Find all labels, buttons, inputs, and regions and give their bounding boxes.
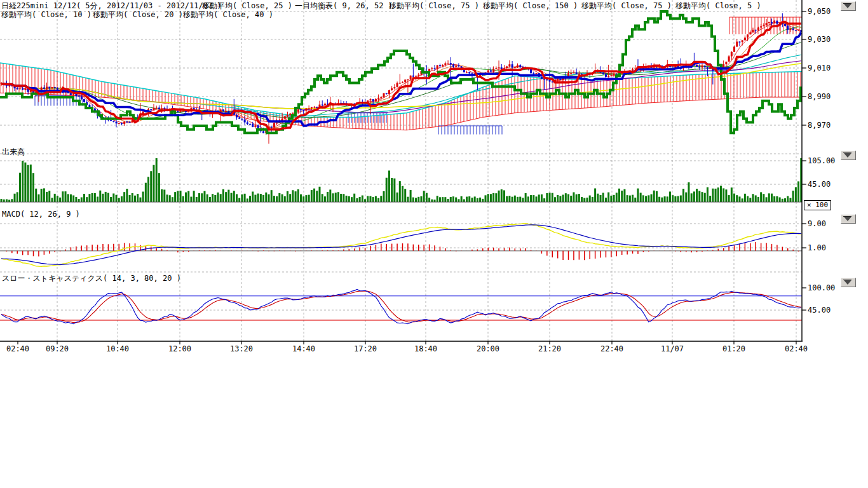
chart-surface[interactable] xyxy=(0,0,868,356)
volume-multiplier-badge: × 100 xyxy=(804,200,831,210)
x-axis-tick-label: 13:20 xyxy=(230,344,253,353)
volume-bars xyxy=(1,158,803,202)
x-axis-tick-label: 12:00 xyxy=(168,344,191,353)
x-axis-tick-label: 18:40 xyxy=(414,344,437,353)
x-axis-tick-label: 11/07 xyxy=(661,344,684,353)
legend-item: 移動平均( Close, 5 ) xyxy=(675,1,761,11)
volume-panel-label: 出来高 xyxy=(2,147,25,158)
kijun-line xyxy=(1,33,801,126)
y-axis-tick-label: 100.00 xyxy=(808,283,835,292)
x-axis-tick-label: 02:40 xyxy=(785,344,808,353)
y-axis-tick-label: 9,030 xyxy=(808,35,831,44)
y-axis-tick-label: 8,990 xyxy=(808,92,831,101)
y-axis-tick-label: 9.00 xyxy=(808,219,826,228)
x-axis-tick-label: 02:40 xyxy=(6,344,29,353)
x-axis-tick-label: 14:40 xyxy=(292,344,315,353)
x-axis-tick-label: 17:20 xyxy=(354,344,377,353)
ma-line-MA150 xyxy=(1,64,801,109)
y-axis-tick-label: 9,050 xyxy=(808,7,831,16)
macd-plot xyxy=(0,224,802,267)
y-axis-tick-label: 105.00 xyxy=(808,156,835,165)
x-axis-tick-label: 21:20 xyxy=(538,344,561,353)
legend-item: 移動平均( Close, 10 ) xyxy=(1,10,92,20)
trading-chart-app: 日経225mini 12/12( 5分, 2012/11/03 - 2012/1… xyxy=(0,0,868,488)
stochastics-plot xyxy=(0,289,802,323)
y-axis-tick-label: 45.00 xyxy=(808,306,831,315)
y-axis-tick-label: 8,970 xyxy=(808,121,831,130)
legend-item: 一目均衡表( 9, 26, 52 ) xyxy=(295,1,393,11)
volume-panel-dropdown-button[interactable] xyxy=(841,151,856,160)
price-panel-dropdown-button[interactable] xyxy=(841,1,856,11)
legend-item: 移動平均( Close, 75 ) xyxy=(389,1,479,11)
legend-item: 移動平均( Close, 40 ) xyxy=(183,10,273,20)
x-axis-tick-label: 20:00 xyxy=(477,344,499,353)
legend-item: 移動平均( Close, 150 ) xyxy=(483,1,578,11)
x-axis-tick-label: 10:40 xyxy=(106,344,129,353)
y-axis-tick-label: 9,010 xyxy=(808,64,831,72)
y-axis-tick-label: 45.00 xyxy=(808,180,831,189)
x-axis-tick-label: 01:20 xyxy=(722,344,745,353)
legend-item: 移動平均( Close, 75 ) xyxy=(581,1,672,11)
macd-panel-label: MACD( 12, 26, 9 ) xyxy=(2,210,80,219)
candles xyxy=(1,13,803,144)
x-axis-tick-label: 22:40 xyxy=(600,344,623,353)
stoch-panel-dropdown-button[interactable] xyxy=(841,278,856,287)
x-axis-tick-label: 09:20 xyxy=(46,344,69,353)
legend-item: 移動平均( Close, 20 ) xyxy=(93,10,183,20)
stoch-panel-label: スロー・ストキャスティクス( 14, 3, 80, 20 ) xyxy=(2,273,181,284)
macd-panel-dropdown-button[interactable] xyxy=(841,214,856,224)
y-axis-tick-label: 1.00 xyxy=(808,243,826,252)
